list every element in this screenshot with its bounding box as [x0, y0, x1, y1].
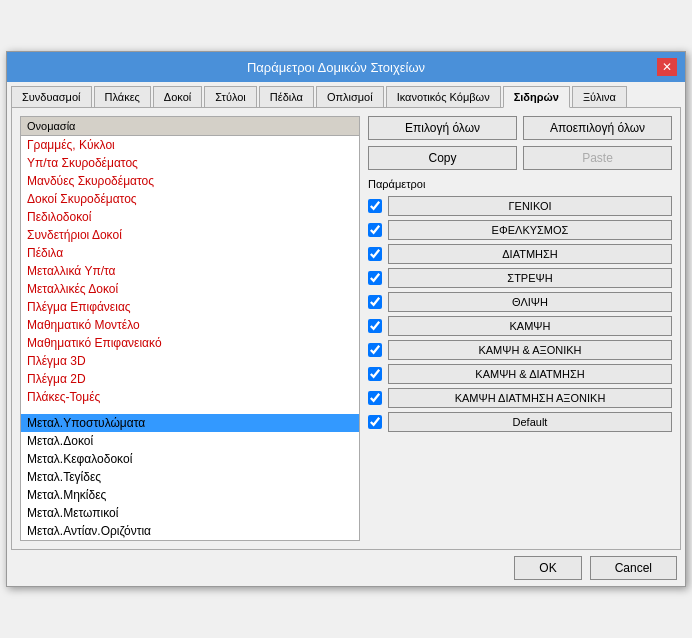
paste-button[interactable]: Paste — [523, 146, 672, 170]
left-panel: Ονομασία Γραμμές, ΚύκλοιΥπ/τα Σκυροδέματ… — [20, 116, 360, 541]
list-body[interactable]: Γραμμές, ΚύκλοιΥπ/τα ΣκυροδέματοςΜανδύες… — [21, 136, 359, 540]
param-row: ΚΑΜΨΗ ΔΙΑΤΜΗΣΗ ΑΞΟΝΙΚΗ — [368, 388, 672, 408]
list-item[interactable]: Πλάκες-Τομές — [21, 388, 359, 406]
param-checkbox[interactable] — [368, 295, 382, 309]
param-row: ΚΑΜΨΗ & ΔΙΑΤΜΗΣΗ — [368, 364, 672, 384]
tab-ikanotikos[interactable]: Ικανοτικός Κόμβων — [386, 86, 501, 107]
list-item[interactable]: Πλέγμα 3D — [21, 352, 359, 370]
list-item[interactable]: Μαθηματικό Επιφανειακό — [21, 334, 359, 352]
param-button[interactable]: ΚΑΜΨΗ ΔΙΑΤΜΗΣΗ ΑΞΟΝΙΚΗ — [388, 388, 672, 408]
list-item[interactable]: Υπ/τα Σκυροδέματος — [21, 154, 359, 172]
param-checkbox[interactable] — [368, 367, 382, 381]
tab-sidirwn[interactable]: Σιδηρών — [503, 86, 570, 108]
copy-button[interactable]: Copy — [368, 146, 517, 170]
title-bar: Παράμετροι Δομικών Στοιχείων ✕ — [7, 52, 685, 82]
param-row: ΚΑΜΨΗ & ΑΞΟΝΙΚΗ — [368, 340, 672, 360]
list-item[interactable]: Γραμμές, Κύκλοι — [21, 136, 359, 154]
copy-paste-buttons: Copy Paste — [368, 146, 672, 170]
list-item[interactable]: Μεταλ.Μετωπικοί — [21, 504, 359, 522]
list-item[interactable]: Πεδιλοδοκοί — [21, 208, 359, 226]
list-item[interactable]: Συνδετήριοι Δοκοί — [21, 226, 359, 244]
param-row: ΓΕΝΙΚΟΙ — [368, 196, 672, 216]
param-button[interactable]: ΓΕΝΙΚΟΙ — [388, 196, 672, 216]
tab-synduasmoi[interactable]: Συνδυασμοί — [11, 86, 92, 107]
list-header: Ονομασία — [21, 117, 359, 136]
param-row: ΔΙΑΤΜΗΣΗ — [368, 244, 672, 264]
param-checkbox[interactable] — [368, 391, 382, 405]
list-item[interactable]: Μεταλ.Μηκίδες — [21, 486, 359, 504]
tab-dokoi[interactable]: Δοκοί — [153, 86, 202, 107]
bottom-bar: OK Cancel — [7, 550, 685, 586]
param-row: ΚΑΜΨΗ — [368, 316, 672, 336]
param-checkbox[interactable] — [368, 319, 382, 333]
list-item[interactable]: Μαθηματικό Μοντέλο — [21, 316, 359, 334]
param-rows: ΓΕΝΙΚΟΙΕΦΕΛΚΥΣΜΟΣΔΙΑΤΜΗΣΗΣΤΡΕΨΗΘΛΙΨΗΚΑΜΨ… — [368, 196, 672, 432]
param-row: Default — [368, 412, 672, 432]
close-button[interactable]: ✕ — [657, 58, 677, 76]
param-row: ΘΛΙΨΗ — [368, 292, 672, 312]
tab-oplismoi[interactable]: Οπλισμοί — [316, 86, 384, 107]
param-checkbox[interactable] — [368, 343, 382, 357]
param-button[interactable]: ΚΑΜΨΗ & ΑΞΟΝΙΚΗ — [388, 340, 672, 360]
list-item[interactable]: Δοκοί Σκυροδέματος — [21, 190, 359, 208]
list-item[interactable]: Μεταλ.Τεγίδες — [21, 468, 359, 486]
right-panel: Επιλογή όλων Αποεπιλογή όλων Copy Paste … — [368, 116, 672, 541]
tab-bar: Συνδυασμοί Πλάκες Δοκοί Στύλοι Πέδιλα Οπ… — [7, 82, 685, 107]
deselect-all-button[interactable]: Αποεπιλογή όλων — [523, 116, 672, 140]
param-checkbox[interactable] — [368, 415, 382, 429]
params-label: Παράμετροι — [368, 178, 672, 190]
list-item[interactable]: Πλέγμα Επιφάνειας — [21, 298, 359, 316]
tab-pedila[interactable]: Πέδιλα — [259, 86, 314, 107]
param-checkbox[interactable] — [368, 199, 382, 213]
param-button[interactable]: ΚΑΜΨΗ — [388, 316, 672, 336]
list-item[interactable]: Μεταλ.Υποστυλώματα — [21, 414, 359, 432]
param-button[interactable]: ΣΤΡΕΨΗ — [388, 268, 672, 288]
param-row: ΣΤΡΕΨΗ — [368, 268, 672, 288]
select-all-button[interactable]: Επιλογή όλων — [368, 116, 517, 140]
list-item[interactable]: Μεταλ.Αντίαν.Οριζόντια — [21, 522, 359, 540]
list-item[interactable]: Μεταλλικές Δοκοί — [21, 280, 359, 298]
tab-plakes[interactable]: Πλάκες — [94, 86, 151, 107]
param-checkbox[interactable] — [368, 271, 382, 285]
cancel-button[interactable]: Cancel — [590, 556, 677, 580]
list-item[interactable]: Μεταλ.Δοκοί — [21, 432, 359, 450]
param-checkbox[interactable] — [368, 223, 382, 237]
ok-button[interactable]: OK — [514, 556, 581, 580]
tab-styloi[interactable]: Στύλοι — [204, 86, 257, 107]
param-button[interactable]: ΚΑΜΨΗ & ΔΙΑΤΜΗΣΗ — [388, 364, 672, 384]
param-button[interactable]: Default — [388, 412, 672, 432]
tab-content: Ονομασία Γραμμές, ΚύκλοιΥπ/τα Σκυροδέματ… — [11, 107, 681, 550]
dialog: Παράμετροι Δομικών Στοιχείων ✕ Συνδυασμο… — [6, 51, 686, 587]
param-checkbox[interactable] — [368, 247, 382, 261]
param-button[interactable]: ΕΦΕΛΚΥΣΜΟΣ — [388, 220, 672, 240]
list-item[interactable]: Μεταλλικά Υπ/τα — [21, 262, 359, 280]
dialog-title: Παράμετροι Δομικών Στοιχείων — [15, 60, 657, 75]
param-button[interactable]: ΔΙΑΤΜΗΣΗ — [388, 244, 672, 264]
list-item[interactable]: Πλέγμα 2D — [21, 370, 359, 388]
list-item[interactable]: Μεταλ.Κεφαλοδοκοί — [21, 450, 359, 468]
param-row: ΕΦΕΛΚΥΣΜΟΣ — [368, 220, 672, 240]
list-item[interactable]: Πέδιλα — [21, 244, 359, 262]
list-header-label: Ονομασία — [27, 120, 75, 132]
top-buttons: Επιλογή όλων Αποεπιλογή όλων — [368, 116, 672, 140]
tab-xylina[interactable]: Ξύλινα — [572, 86, 627, 107]
param-button[interactable]: ΘΛΙΨΗ — [388, 292, 672, 312]
list-item[interactable]: Μανδύες Σκυροδέματος — [21, 172, 359, 190]
